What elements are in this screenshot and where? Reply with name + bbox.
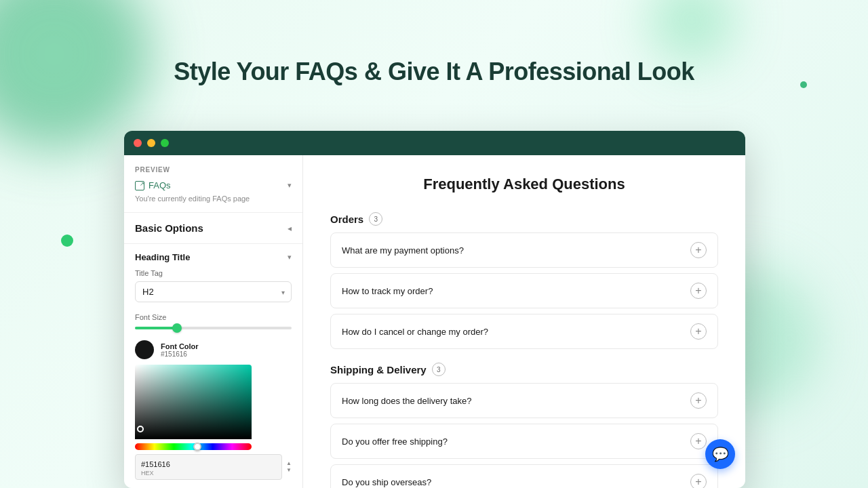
traffic-light-red[interactable] xyxy=(134,139,142,147)
faq-section-orders: Orders 3 What are my payment options? + … xyxy=(330,212,718,349)
faq-item: How long does the delivery take? + xyxy=(330,383,718,418)
slider-fill xyxy=(135,327,177,329)
gradient-picker-circle[interactable] xyxy=(137,426,144,432)
faq-item: What are my payment options? + xyxy=(330,232,718,268)
faq-main-title: Frequently Asked Questions xyxy=(330,176,718,193)
heading-title-header[interactable]: Heading Title ▾ xyxy=(124,244,302,269)
heading-chevron-icon: ▾ xyxy=(288,253,292,262)
faq-section-shipping-title: Shipping & Delivery xyxy=(330,364,427,375)
page-title: Style Your FAQs & Give It A Professional… xyxy=(0,58,868,86)
title-tag-select-wrapper: H2 H1 H3 H4 ▾ xyxy=(135,281,292,302)
faq-expand-icon[interactable]: + xyxy=(690,242,707,258)
browser-window: PREVIEW FAQs ▾ You're currently editing … xyxy=(124,131,745,488)
decorative-dot-2 xyxy=(61,235,73,247)
traffic-light-green[interactable] xyxy=(161,139,169,147)
title-tag-select[interactable]: H2 H1 H3 H4 xyxy=(135,281,292,302)
faq-expand-icon[interactable]: + xyxy=(690,392,707,409)
hex-input[interactable] xyxy=(141,460,276,468)
heading-title-label: Heading Title xyxy=(135,252,190,262)
title-tag-label: Title Tag xyxy=(135,269,292,277)
faq-item: Do you ship overseas? + xyxy=(330,464,718,488)
background-blob-3 xyxy=(651,0,732,61)
browser-body: PREVIEW FAQs ▾ You're currently editing … xyxy=(124,155,745,488)
faq-question: What are my payment options? xyxy=(342,245,464,256)
title-bar xyxy=(124,131,745,155)
orders-count-badge: 3 xyxy=(369,212,382,226)
faqs-link-label: FAQs xyxy=(149,180,171,190)
faq-item: How to track my order? + xyxy=(330,273,718,308)
chevron-down-icon[interactable]: ▾ xyxy=(288,181,292,190)
color-gradient-area[interactable] xyxy=(135,365,252,439)
stepper-down[interactable]: ▼ xyxy=(286,468,292,473)
hue-slider[interactable] xyxy=(135,443,252,450)
faq-question: How do I cancel or change my order? xyxy=(342,327,488,337)
hex-input-wrapper: HEX xyxy=(135,454,282,480)
shipping-count-badge: 3 xyxy=(432,363,446,376)
faq-preview-area: Frequently Asked Questions Orders 3 What… xyxy=(303,155,745,488)
faq-section-orders-title: Orders xyxy=(330,214,363,225)
sidebar-preview-section: PREVIEW FAQs ▾ xyxy=(124,155,302,195)
chat-button[interactable]: 💬 xyxy=(705,439,735,469)
faq-question: Do you ship overseas? xyxy=(342,477,431,487)
faq-expand-icon[interactable]: + xyxy=(690,283,707,299)
faq-section-orders-header: Orders 3 xyxy=(330,212,718,226)
editing-text: You're currently editing FAQs page xyxy=(124,195,302,213)
faq-question: How to track my order? xyxy=(342,286,433,296)
title-tag-group: Title Tag H2 H1 H3 H4 ▾ xyxy=(124,269,302,310)
font-color-hex-display: #151616 xyxy=(161,350,199,358)
stepper-up[interactable]: ▲ xyxy=(286,461,292,466)
external-link-icon xyxy=(135,181,144,190)
faq-question: How long does the delivery take? xyxy=(342,396,472,406)
faq-section-shipping-header: Shipping & Delivery 3 xyxy=(330,363,718,376)
hue-thumb[interactable] xyxy=(193,443,201,451)
faq-item: Do you offer free shipping? + xyxy=(330,424,718,459)
faq-item: How do I cancel or change my order? + xyxy=(330,314,718,349)
hex-stepper: ▲ ▼ xyxy=(286,461,292,473)
faq-expand-icon[interactable]: + xyxy=(690,323,707,340)
basic-options-header[interactable]: Basic Options ◂ xyxy=(124,213,302,244)
faqs-link[interactable]: FAQs xyxy=(135,180,171,190)
font-size-slider-track[interactable] xyxy=(135,327,292,329)
faq-section-shipping: Shipping & Delivery 3 How long does the … xyxy=(330,363,718,488)
faq-expand-icon[interactable]: + xyxy=(690,474,707,488)
chat-icon: 💬 xyxy=(712,446,729,462)
faq-expand-icon[interactable]: + xyxy=(690,433,707,449)
faqs-row: FAQs ▾ xyxy=(135,180,292,190)
font-color-swatch[interactable] xyxy=(135,340,154,359)
font-size-label: Font Size xyxy=(135,313,292,321)
slider-thumb[interactable] xyxy=(172,323,182,333)
color-picker: HEX ▲ ▼ xyxy=(135,365,292,480)
hex-input-row: HEX ▲ ▼ xyxy=(135,454,292,480)
faq-question: Do you offer free shipping? xyxy=(342,436,448,447)
preview-label: PREVIEW xyxy=(135,166,292,174)
traffic-light-yellow[interactable] xyxy=(147,139,155,147)
basic-options-label: Basic Options xyxy=(135,222,203,234)
sidebar: PREVIEW FAQs ▾ You're currently editing … xyxy=(124,155,303,488)
font-color-group: Font Color #151616 xyxy=(124,338,302,359)
font-size-group: Font Size xyxy=(124,310,302,338)
font-color-info: Font Color #151616 xyxy=(161,342,199,358)
chevron-left-icon: ◂ xyxy=(288,224,292,233)
font-color-title: Font Color xyxy=(161,342,199,350)
hex-label: HEX xyxy=(141,470,276,476)
